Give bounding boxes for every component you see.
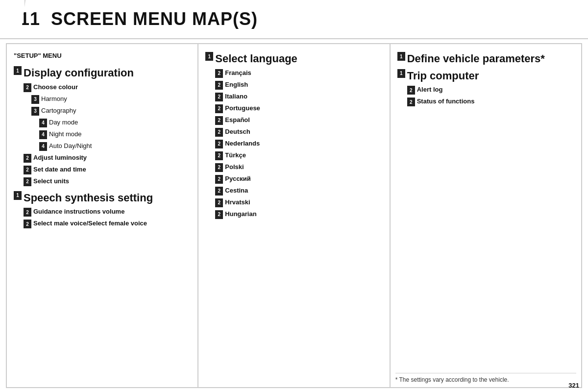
badge-level1: 1	[397, 52, 405, 61]
badge-level2: 2	[407, 86, 415, 95]
badge-level2: 2	[215, 69, 223, 78]
badge-level4: 4	[39, 142, 47, 151]
badge-level3: 3	[31, 95, 39, 104]
menu-item: 1 Select language	[205, 52, 382, 66]
badge-level2: 2	[215, 140, 223, 148]
badge-level2: 2	[24, 83, 31, 92]
menu-item: 1 Display configuration	[14, 66, 191, 80]
menu-item: 4 Night mode	[39, 130, 191, 139]
language-label: Deutsch	[225, 128, 250, 136]
badge-level2: 2	[215, 116, 223, 125]
menu-item: 2 Status of functions	[407, 98, 574, 106]
language-item: 2Cestina	[215, 187, 382, 196]
select-voice-label: Select male voice/Select female voice	[33, 220, 147, 228]
col-setup: "SETUP" MENU 1 Display configuration 2 C…	[7, 44, 198, 387]
badge-level2: 2	[215, 198, 223, 207]
night-mode-label: Night mode	[49, 130, 81, 139]
harmony-label: Harmony	[41, 95, 67, 103]
language-item: 2Русский	[215, 175, 382, 184]
menu-item: 3 Cartography	[31, 107, 191, 116]
menu-item: 2 Select units	[24, 177, 191, 186]
language-label: Portuguese	[225, 104, 260, 113]
badge-level2: 2	[215, 187, 223, 196]
menu-item: 2 Adjust luminosity	[24, 154, 191, 163]
badge-level2: 2	[215, 81, 223, 90]
language-label: Nederlands	[225, 140, 260, 148]
cartography-label: Cartography	[41, 107, 76, 115]
choose-colour-label: Choose colour	[33, 83, 78, 92]
language-label: Русский	[225, 175, 251, 183]
auto-day-night-label: Auto Day/Night	[49, 142, 92, 150]
language-item: 2Italiano	[215, 93, 382, 101]
badge-level2: 2	[24, 166, 31, 174]
badge-level2: 2	[215, 175, 223, 184]
set-date-time-label: Set date and time	[33, 166, 86, 174]
badge-level1: 1	[14, 66, 22, 75]
trip-computer-label: Trip computer	[407, 69, 479, 83]
badge-level2: 2	[215, 128, 223, 137]
language-item: 2Español	[215, 116, 382, 125]
menu-item: 2 Choose colour	[24, 83, 191, 92]
language-label: Italiano	[225, 93, 247, 101]
badge-level2: 2	[215, 93, 223, 101]
language-item: 2Türkçe	[215, 151, 382, 160]
menu-item: 3 Harmony	[31, 95, 191, 104]
menu-item: 2 Select male voice/Select female voice	[24, 220, 191, 228]
menu-item: 2 Alert log	[407, 86, 574, 95]
language-label: Français	[225, 69, 251, 77]
badge-level2: 2	[215, 210, 223, 219]
language-item: 2Français	[215, 69, 382, 78]
menu-item: 1 Define vehicle parameters*	[397, 52, 574, 66]
alert-log-label: Alert log	[417, 86, 443, 94]
badge-level4: 4	[39, 119, 47, 127]
language-label: Cestina	[225, 187, 248, 195]
badge-level4: 4	[39, 130, 47, 139]
menu-item: 1 Trip computer	[397, 69, 574, 83]
badge-level2: 2	[215, 151, 223, 160]
language-item: 2Polski	[215, 163, 382, 172]
menu-item: 4 Day mode	[39, 119, 191, 127]
col-language: 1 Select language 2Français2English2Ital…	[198, 44, 390, 387]
page-title: 11 SCREEN MENU MAP(S)	[20, 9, 258, 29]
language-label: Hungarian	[225, 210, 256, 219]
language-item: 2Portuguese	[215, 104, 382, 113]
language-item: 2Hrvatski	[215, 198, 382, 207]
language-label: Español	[225, 116, 250, 124]
select-units-label: Select units	[33, 177, 69, 186]
language-label: Türkçe	[225, 151, 246, 160]
badge-level1: 1	[205, 52, 213, 61]
main-content: "SETUP" MENU 1 Display configuration 2 C…	[6, 43, 582, 388]
language-item: 2Hungarian	[215, 210, 382, 219]
col-vehicle: 1 Define vehicle parameters* 1 Trip comp…	[391, 44, 581, 387]
language-item: 2English	[215, 81, 382, 90]
badge-level1: 1	[14, 191, 22, 200]
adjust-luminosity-label: Adjust luminosity	[33, 154, 87, 162]
badge-level1: 1	[397, 69, 405, 78]
language-label: Polski	[225, 163, 244, 172]
badge-level2: 2	[24, 208, 31, 217]
select-language-title: Select language	[215, 52, 297, 66]
badge-level2: 2	[24, 220, 31, 228]
menu-item: 1 Speech synthesis setting	[14, 191, 191, 205]
language-label: Hrvatski	[225, 198, 250, 207]
setup-label: "SETUP" MENU	[14, 52, 191, 59]
page-number: 321	[568, 382, 579, 389]
language-item: 2Deutsch	[215, 128, 382, 137]
display-config-label: Display configuration	[24, 66, 134, 80]
menu-item: 4 Auto Day/Night	[39, 142, 191, 151]
badge-level2: 2	[215, 104, 223, 113]
page-header: 11 SCREEN MENU MAP(S)	[0, 0, 588, 39]
define-vehicle-label: Define vehicle parameters*	[407, 52, 545, 66]
footer-note: * The settings vary according to the veh…	[395, 373, 576, 383]
language-item: 2Nederlands	[215, 140, 382, 148]
badge-level2: 2	[215, 163, 223, 172]
guidance-volume-label: Guidance instructions volume	[33, 208, 124, 216]
menu-item: 2 Guidance instructions volume	[24, 208, 191, 217]
status-functions-label: Status of functions	[417, 98, 475, 106]
badge-level3: 3	[31, 107, 39, 116]
day-mode-label: Day mode	[49, 119, 78, 127]
badge-level2: 2	[407, 98, 415, 106]
languages-list: 2Français2English2Italiano2Portuguese2Es…	[205, 69, 382, 219]
page-wrapper: 11 SCREEN MENU MAP(S) "SETUP" MENU 1 Dis…	[0, 0, 588, 392]
badge-level2: 2	[24, 177, 31, 186]
